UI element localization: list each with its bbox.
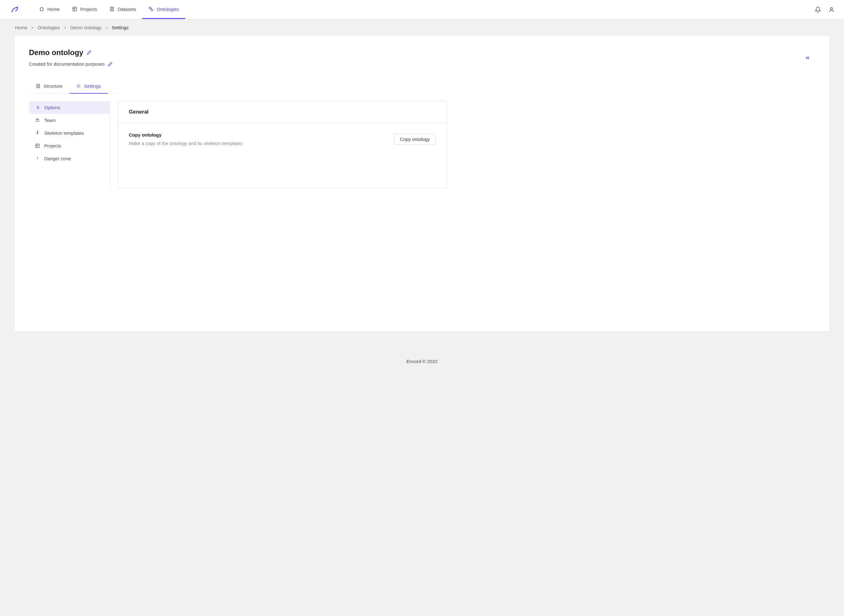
settings-sidebar: Options Team Skeleton templates Projects [29, 101, 110, 188]
svg-point-9 [151, 9, 153, 11]
svg-point-24 [37, 131, 38, 132]
page-header: Demo ontology Created for documentation … [29, 48, 815, 67]
datasets-icon [110, 7, 114, 12]
edit-subtitle-icon[interactable] [108, 62, 113, 67]
footer: Encord © 2022 [0, 346, 844, 383]
breadcrumb-settings: Settings [112, 25, 129, 30]
collapse-panel-button[interactable] [805, 55, 810, 62]
sidebar-item-options[interactable]: Options [29, 101, 110, 114]
nav-right [815, 7, 835, 13]
svg-point-0 [17, 7, 18, 8]
nav-item-home[interactable]: Home [33, 0, 66, 19]
svg-point-22 [37, 119, 38, 120]
svg-rect-25 [36, 144, 39, 147]
sidebar-item-danger-zone[interactable]: Danger zone [29, 152, 110, 165]
nav-items: Home Projects Datasets Ontologies [33, 0, 815, 19]
svg-point-15 [78, 85, 79, 87]
breadcrumb-separator: > [105, 25, 108, 30]
nav-label-projects: Projects [80, 7, 97, 12]
panel-header: General [117, 101, 447, 123]
logo[interactable] [9, 4, 21, 15]
panel-body: Copy ontology Make a copy of the ontolog… [117, 123, 447, 155]
nav-label-ontologies: Ontologies [157, 7, 179, 12]
ontologies-icon [148, 7, 153, 12]
body-layout: Options Team Skeleton templates Projects [29, 101, 815, 188]
projects-icon [72, 7, 77, 12]
svg-rect-8 [149, 7, 151, 9]
options-list-icon [35, 105, 40, 110]
nav-label-home: Home [47, 7, 60, 12]
svg-point-23 [38, 119, 39, 120]
panel-item-title: Copy ontology [129, 132, 394, 138]
skeleton-walk-icon [35, 131, 40, 135]
page-subtitle: Created for documentation purposes [29, 61, 104, 67]
general-panel: General Copy ontology Make a copy of the… [117, 101, 447, 188]
warning-exclamation-icon [35, 156, 40, 161]
nav-item-ontologies[interactable]: Ontologies [142, 0, 185, 19]
home-icon [39, 7, 44, 12]
notification-bell-icon[interactable] [815, 7, 821, 13]
nav-item-datasets[interactable]: Datasets [103, 0, 142, 19]
sidebar-item-skeleton-templates[interactable]: Skeleton templates [29, 127, 110, 139]
user-profile-icon[interactable] [828, 7, 835, 13]
tab-settings[interactable]: Settings [69, 79, 108, 94]
copy-ontology-button[interactable]: Copy ontology [394, 134, 436, 145]
tab-structure[interactable]: Structure [29, 79, 69, 94]
breadcrumb-demo-ontology[interactable]: Demo ontology [70, 25, 101, 30]
edit-title-icon[interactable] [87, 50, 91, 55]
breadcrumb: Home > Ontologies > Demo ontology > Sett… [0, 19, 844, 36]
sidebar-item-team[interactable]: Team [29, 114, 110, 127]
app-logo-icon [9, 4, 21, 15]
panel-content: Copy ontology Make a copy of the ontolog… [129, 132, 394, 146]
breadcrumb-home[interactable]: Home [15, 25, 27, 30]
sidebar-label-team: Team [44, 117, 56, 123]
settings-gear-icon [76, 84, 81, 88]
page-subtitle-row: Created for documentation purposes [29, 61, 815, 67]
breadcrumb-ontologies[interactable]: Ontologies [38, 25, 60, 30]
tab-label-structure: Structure [44, 84, 63, 89]
svg-rect-1 [73, 7, 76, 11]
breadcrumb-separator: > [31, 25, 34, 30]
page-title: Demo ontology [29, 48, 84, 57]
breadcrumb-separator: > [64, 25, 67, 30]
sidebar-label-skeleton: Skeleton templates [44, 131, 84, 136]
chevron-double-left-icon [805, 55, 810, 61]
tabs: Structure Settings [29, 79, 116, 94]
panel-item-desc: Make a copy of the ontology and its skel… [129, 141, 394, 146]
nav-item-projects[interactable]: Projects [66, 0, 103, 19]
nav-label-datasets: Datasets [117, 7, 136, 12]
top-nav: Home Projects Datasets Ontologies [0, 0, 844, 19]
page-title-row: Demo ontology [29, 48, 815, 57]
svg-point-10 [831, 7, 833, 10]
sidebar-item-projects[interactable]: Projects [29, 139, 110, 152]
projects-board-icon [35, 144, 40, 148]
structure-icon [36, 84, 40, 88]
tab-label-settings: Settings [84, 84, 101, 89]
team-people-icon [35, 118, 40, 123]
sidebar-label-options: Options [44, 105, 60, 110]
content-card: Demo ontology Created for documentation … [15, 36, 829, 331]
sidebar-label-danger: Danger zone [44, 156, 71, 161]
sidebar-label-projects: Projects [44, 143, 61, 148]
